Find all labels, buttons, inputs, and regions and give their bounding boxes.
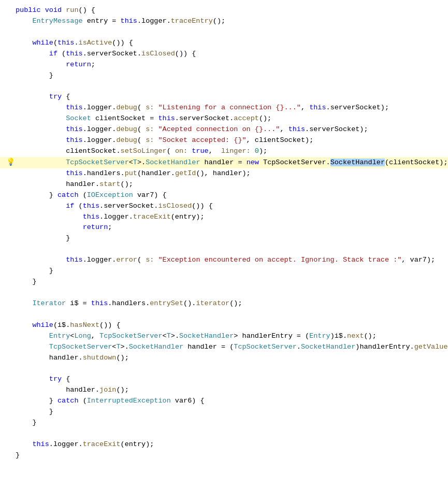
line-content-16: this.handlers.put(handler.getId(), handl…	[16, 168, 443, 179]
line-content-24: this.logger.error( s: "Exception encount…	[16, 255, 443, 266]
line-content-3	[16, 27, 443, 38]
code-line-20: this.logger.traceExit(entry);	[0, 212, 448, 223]
line-content-14: clientSocket.setSoLinger( on: true, ling…	[16, 146, 443, 157]
code-line-41: this.logger.traceExit(entry);	[0, 439, 448, 450]
line-content-35: try {	[16, 374, 443, 385]
code-editor: public void run() { EntryMessage entry =…	[0, 0, 448, 488]
code-line-16: this.handlers.put(handler.getId(), handl…	[0, 168, 448, 179]
line-content-21: return;	[16, 222, 443, 233]
line-content-1: public void run() {	[16, 5, 443, 16]
code-line-1: public void run() {	[0, 5, 448, 16]
code-line-5: if (this.serverSocket.isClosed()) {	[0, 49, 448, 60]
line-content-19: if (this.serverSocket.isClosed()) {	[16, 201, 443, 212]
code-line-27	[0, 288, 448, 298]
code-line-23	[0, 244, 448, 255]
line-content-34	[16, 363, 443, 374]
code-line-25: }	[0, 266, 448, 277]
lightbulb-icon[interactable]: 💡	[6, 157, 15, 168]
code-line-32: TcpSocketServer<T>.SocketHandler handler…	[0, 342, 448, 353]
code-line-7: }	[0, 70, 448, 81]
gutter-15: 💡	[5, 157, 16, 168]
code-line-4: while(this.isActive()) {	[0, 38, 448, 49]
line-content-30: while(i$.hasNext()) {	[16, 320, 443, 331]
line-content-15: TcpSocketServer<T>.SocketHandler handler…	[16, 157, 448, 168]
line-content-29	[16, 309, 443, 320]
code-line-6: return;	[0, 60, 448, 70]
code-line-8	[0, 81, 448, 92]
line-content-32: TcpSocketServer<T>.SocketHandler handler…	[16, 342, 448, 353]
line-content-10: this.logger.debug( s: "Listening for a c…	[16, 103, 443, 113]
code-line-10: this.logger.debug( s: "Listening for a c…	[0, 103, 448, 113]
code-line-42: }	[0, 450, 448, 461]
line-content-28: Iterator i$ = this.handlers.entrySet().i…	[16, 298, 443, 309]
line-content-26: }	[16, 277, 443, 288]
code-line-36: handler.join();	[0, 385, 448, 396]
code-line-30: while(i$.hasNext()) {	[0, 320, 448, 331]
code-line-9: try {	[0, 92, 448, 103]
code-line-15: 💡 TcpSocketServer<T>.SocketHandler handl…	[0, 157, 448, 168]
line-content-11: Socket clientSocket = this.serverSocket.…	[16, 113, 443, 124]
line-content-12: this.logger.debug( s: "Acepted connectio…	[16, 124, 443, 135]
code-line-28: Iterator i$ = this.handlers.entrySet().i…	[0, 298, 448, 309]
line-content-13: this.logger.debug( s: "Socket accepted: …	[16, 135, 443, 146]
code-line-3	[0, 27, 448, 38]
code-line-38: }	[0, 407, 448, 418]
line-content-25: }	[16, 266, 443, 277]
code-line-22: }	[0, 233, 448, 244]
code-line-14: clientSocket.setSoLinger( on: true, ling…	[0, 146, 448, 157]
code-line-24: this.logger.error( s: "Exception encount…	[0, 255, 448, 266]
line-content-38: }	[16, 407, 443, 418]
code-line-12: this.logger.debug( s: "Acepted connectio…	[0, 124, 448, 135]
line-content-9: try {	[16, 92, 443, 103]
line-content-7: }	[16, 70, 443, 81]
code-line-11: Socket clientSocket = this.serverSocket.…	[0, 113, 448, 124]
line-content-31: Entry<Long, TcpSocketServer<T>.SocketHan…	[16, 331, 443, 342]
line-content-39: }	[16, 418, 443, 428]
line-content-33: handler.shutdown();	[16, 353, 443, 364]
code-line-18: } catch (IOException var7) {	[0, 190, 448, 201]
code-line-13: this.logger.debug( s: "Socket accepted: …	[0, 135, 448, 146]
code-line-31: Entry<Long, TcpSocketServer<T>.SocketHan…	[0, 331, 448, 342]
line-content-42: }	[16, 450, 443, 461]
code-line-29	[0, 309, 448, 320]
code-line-26: }	[0, 277, 448, 288]
line-content-2: EntryMessage entry = this.logger.traceEn…	[16, 16, 443, 27]
code-line-35: try {	[0, 374, 448, 385]
line-content-27	[16, 288, 443, 298]
code-line-17: handler.start();	[0, 179, 448, 190]
line-content-6: return;	[16, 60, 443, 70]
line-content-4: while(this.isActive()) {	[16, 38, 443, 49]
line-content-36: handler.join();	[16, 385, 443, 396]
line-content-41: this.logger.traceExit(entry);	[16, 439, 443, 450]
code-line-2: EntryMessage entry = this.logger.traceEn…	[0, 16, 448, 27]
code-line-19: if (this.serverSocket.isClosed()) {	[0, 201, 448, 212]
code-line-40	[0, 428, 448, 439]
line-content-18: } catch (IOException var7) {	[16, 190, 443, 201]
line-content-8	[16, 81, 443, 92]
line-content-20: this.logger.traceExit(entry);	[16, 212, 443, 223]
code-line-21: return;	[0, 222, 448, 233]
code-line-34	[0, 363, 448, 374]
code-line-37: } catch (InterruptedException var6) {	[0, 396, 448, 407]
line-content-37: } catch (InterruptedException var6) {	[16, 396, 443, 407]
line-content-5: if (this.serverSocket.isClosed()) {	[16, 49, 443, 60]
line-content-23	[16, 244, 443, 255]
line-content-17: handler.start();	[16, 179, 443, 190]
line-content-22: }	[16, 233, 443, 244]
line-content-40	[16, 428, 443, 439]
code-line-33: handler.shutdown();	[0, 353, 448, 364]
code-line-39: }	[0, 418, 448, 428]
